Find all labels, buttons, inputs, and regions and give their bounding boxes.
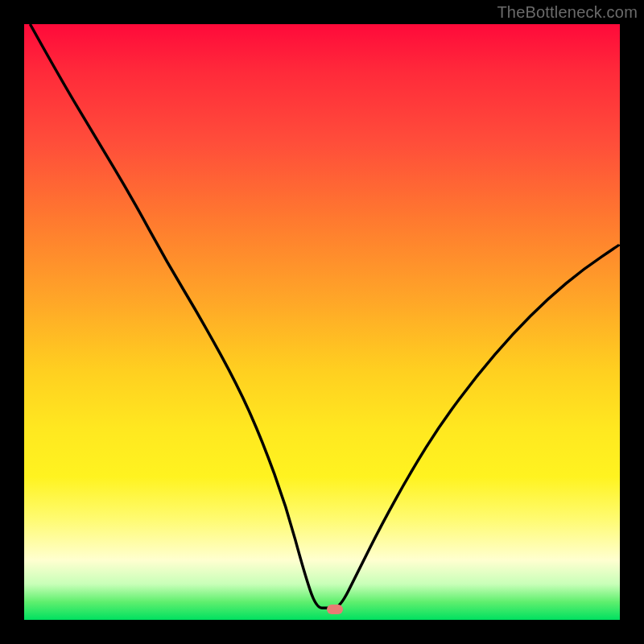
curve-path (30, 24, 620, 608)
watermark-text: TheBottleneck.com (497, 3, 638, 22)
optimum-marker (327, 605, 343, 614)
bottleneck-curve (24, 24, 620, 620)
chart-frame: TheBottleneck.com (0, 0, 644, 644)
plot-area (24, 24, 620, 620)
